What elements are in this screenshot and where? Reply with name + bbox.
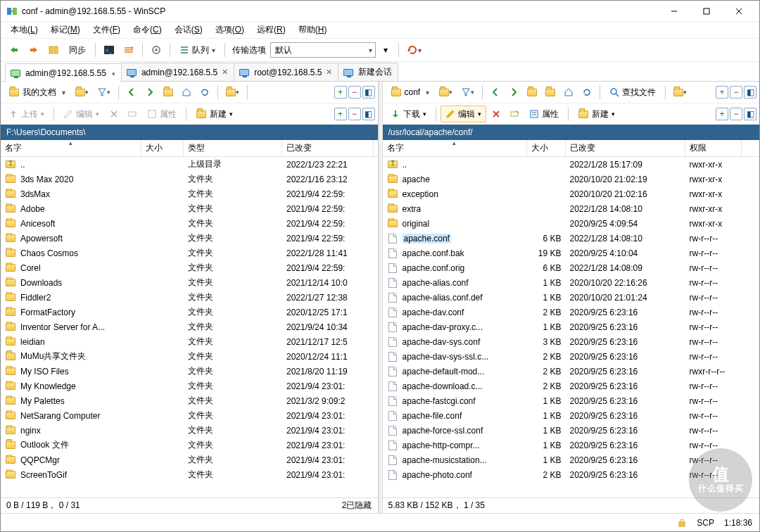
find-files-button[interactable]: 查找文件 [604,84,661,101]
close-button[interactable] [723,1,755,22]
reconnect-icon[interactable]: ▾ [403,42,425,58]
local-home-icon[interactable] [178,84,195,101]
column-header[interactable]: 已改变 [282,140,374,156]
table-row[interactable]: apache2020/10/20 21:02:19rwxr-xr-x [383,172,760,186]
table-row[interactable]: apache-force-ssl.conf1 KB2020/9/25 6:23:… [383,423,760,438]
local-collapse-tree-button[interactable]: − [348,86,361,99]
transfer-settings-icon[interactable]: ▾ [377,42,394,58]
table-row[interactable]: apache-dav.conf2 KB2020/9/25 6:23:16rw-r… [383,305,760,319]
local-select-invert-button[interactable]: ◧ [362,108,375,120]
table-row[interactable]: apache-alias.conf1 KB2020/10/20 22:16:26… [383,275,760,290]
local-expand-tree-button[interactable]: + [334,86,347,99]
remote-delete-icon[interactable] [488,106,505,122]
sync-dirs-icon[interactable] [120,42,138,58]
table-row[interactable]: apache.conf.bak19 KB2020/9/25 4:10:04rw-… [383,246,760,260]
menu-item[interactable]: 选项(O) [210,23,250,37]
tab-dropdown-icon[interactable] [110,68,115,78]
local-path-bar[interactable]: F:\Users\Documents\ [1,125,378,140]
local-new-button[interactable]: 新建 ▾ [191,106,238,122]
remote-select-none-button[interactable]: − [730,108,742,120]
sync-right-icon[interactable] [25,42,43,58]
upload-button[interactable]: 上传 ▾ [4,106,49,122]
table-row[interactable]: ScreenToGif文件夹2021/9/4 23:01: [1,467,378,482]
menu-item[interactable]: 命令(C) [127,23,167,37]
table-row[interactable]: Downloads文件夹2021/12/14 10:0 [1,275,378,290]
remote-back-icon[interactable] [487,84,504,101]
remote-open-folder-icon[interactable]: ▾ [436,84,456,101]
table-row[interactable]: ..2022/1/28 15:17:09rwxr-xr-x [383,157,760,172]
table-row[interactable]: apache-dav-sys.conf3 KB2020/9/25 6:23:16… [383,334,760,349]
remote-forward-icon[interactable] [505,84,522,101]
table-row[interactable]: Corel文件夹2021/9/4 22:59: [1,260,378,275]
remote-edit-button[interactable]: 编辑 ▾ [441,106,486,122]
remote-tree-toggle-button[interactable]: ◧ [744,86,756,99]
column-header[interactable]: 已改变 [566,140,685,156]
remote-rows[interactable]: ..2022/1/28 15:17:09rwxr-xr-xapache2020/… [383,157,760,498]
table-row[interactable]: apache-musicstation...1 KB2020/9/25 6:23… [383,452,760,467]
table-row[interactable]: ..上级目录2022/1/23 22:21 [1,157,378,172]
local-open-folder-icon[interactable]: ▾ [72,84,92,101]
menu-item[interactable]: 帮助(H) [293,23,333,37]
table-row[interactable]: apache-alias.conf.def1 KB2020/10/20 21:0… [383,290,760,305]
menu-item[interactable]: 远程(R) [251,23,291,37]
tab-close-icon[interactable]: ✕ [222,68,228,77]
remote-path-bar[interactable]: /usr/local/apache/conf/ [383,125,760,140]
table-row[interactable]: Anicesoft文件夹2021/9/4 22:59: [1,216,378,231]
remote-bookmark-icon[interactable]: ▾ [670,84,690,101]
column-header[interactable]: 名字▴ [383,140,527,156]
remote-rename-icon[interactable] [506,106,523,122]
minimize-button[interactable] [658,1,690,22]
table-row[interactable]: apache-default-mod...2 KB2020/9/25 6:23:… [383,364,760,379]
table-row[interactable]: Outlook 文件文件夹2021/9/4 23:01: [1,438,378,452]
table-row[interactable]: Chaos Cosmos文件夹2022/1/28 11:41 [1,246,378,260]
table-row[interactable]: apache.conf.orig6 KB2022/1/28 14:08:09rw… [383,260,760,275]
table-row[interactable]: exception2020/10/20 21:02:16rwxr-xr-x [383,186,760,201]
menu-item[interactable]: 会话(S) [169,23,208,37]
local-forward-icon[interactable] [141,84,158,101]
table-row[interactable]: 3dsMax文件夹2021/9/4 22:59: [1,186,378,201]
remote-root-icon[interactable] [542,84,559,101]
table-row[interactable]: nginx文件夹2021/9/4 23:01: [1,423,378,438]
table-row[interactable]: Apowersoft文件夹2021/9/4 22:59: [1,231,378,246]
local-filter-icon[interactable]: ▾ [94,84,114,101]
table-row[interactable]: QQPCMgr文件夹2021/9/4 23:01: [1,452,378,467]
synchronize-button[interactable]: 同步 [64,42,91,58]
table-row[interactable]: FormatFactory文件夹2020/12/25 17:1 [1,305,378,319]
remote-folder-combo[interactable]: conf [386,84,435,100]
local-rename-icon[interactable] [124,106,141,122]
remote-select-invert-button[interactable]: ◧ [744,108,756,120]
local-bookmark-icon[interactable]: ▾ [222,84,243,101]
remote-filter-icon[interactable]: ▾ [457,84,478,101]
local-tree-toggle-button[interactable]: ◧ [362,86,375,99]
table-row[interactable]: apache-file.conf1 KB2020/9/25 6:23:16rw-… [383,408,760,423]
remote-collapse-tree-button[interactable]: − [730,86,742,99]
compare-icon[interactable] [44,42,63,58]
table-row[interactable]: Fiddler2文件夹2022/1/27 12:38 [1,290,378,305]
local-props-button[interactable]: 属性 [142,106,182,122]
new-session-tab[interactable]: 新建会话 [338,63,398,81]
table-row[interactable]: My Knowledge文件夹2021/9/4 23:01: [1,379,378,393]
table-row[interactable]: Adobe文件夹2021/9/4 22:59: [1,201,378,216]
local-back-icon[interactable] [123,84,140,101]
menu-item[interactable]: 标记(M) [45,23,86,37]
table-row[interactable]: leidian文件夹2021/12/17 12:5 [1,334,378,349]
local-rows[interactable]: ..上级目录2022/1/23 22:213ds Max 2020文件夹2022… [1,157,378,498]
table-row[interactable]: apache-dav-proxy.c...1 KB2020/9/25 6:23:… [383,319,760,334]
column-header[interactable]: 大小 [141,140,184,156]
local-select-all-button[interactable]: + [334,108,347,120]
remote-expand-tree-button[interactable]: + [716,86,728,99]
local-refresh-icon[interactable] [196,84,213,101]
table-row[interactable]: apache.conf6 KB2022/1/28 14:08:10rw-r--r… [383,231,760,246]
menu-item[interactable]: 本地(L) [5,23,44,37]
local-select-none-button[interactable]: − [348,108,361,120]
menu-item[interactable]: 文件(F) [87,23,126,37]
remote-refresh-icon[interactable] [578,84,595,101]
local-folder-combo[interactable]: 我的文档 [4,84,70,101]
table-row[interactable]: apache-fastcgi.conf1 KB2020/9/25 6:23:16… [383,393,760,408]
table-row[interactable]: extra2022/1/28 14:08:10rwxr-xr-x [383,201,760,216]
session-tab[interactable]: admin@192.168.5.5✕ [121,63,234,81]
table-row[interactable]: Inventor Server for A...文件夹2021/9/24 10:… [1,319,378,334]
session-tab[interactable]: admin@192.168.5.55 [5,63,122,82]
remote-select-all-button[interactable]: + [716,108,728,120]
maximize-button[interactable] [690,1,723,22]
